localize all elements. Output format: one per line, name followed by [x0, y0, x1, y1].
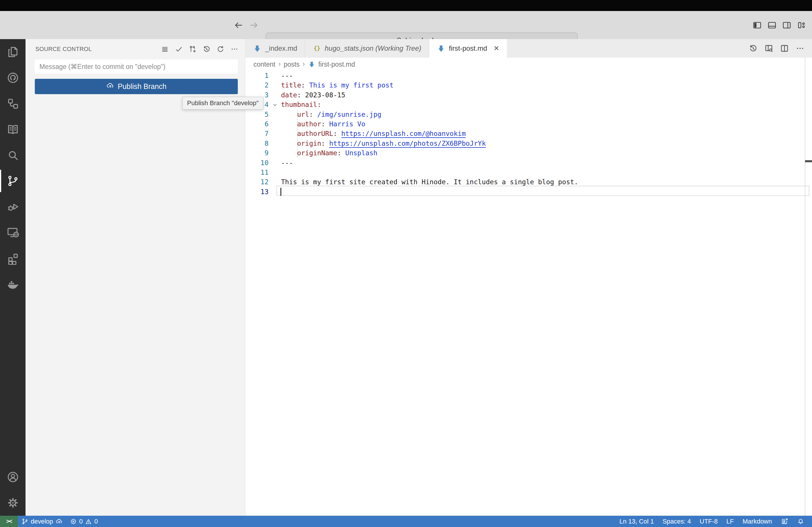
github-icon	[6, 71, 19, 84]
line-text: originName: Unsplash	[281, 148, 377, 158]
status-encoding[interactable]: UTF-8	[696, 516, 721, 527]
line-text: authorURL: https://unsplash.com/@hoanvok…	[281, 129, 466, 138]
publish-branch-button[interactable]: Publish Branch	[35, 79, 238, 94]
code-line[interactable]: 5 url: /img/sunrise.jpg	[245, 110, 812, 119]
code-line[interactable]: 8 origin: https://unsplash.com/photos/ZX…	[245, 139, 812, 148]
tab--index-md[interactable]: _index.md	[245, 39, 305, 58]
activity-docs-book[interactable]	[0, 117, 26, 142]
activity-run-debug[interactable]	[0, 194, 26, 220]
code-line[interactable]: 9 originName: Unsplash	[245, 148, 812, 158]
timeline-history-button[interactable]	[748, 43, 758, 53]
history-back-button[interactable]	[232, 19, 245, 32]
tab-hugo-stats-json-working-tree-[interactable]: {}hugo_stats.json (Working Tree)	[305, 39, 429, 58]
gutter-space	[269, 177, 281, 187]
status-cursor-position[interactable]: Ln 13, Col 1	[616, 516, 657, 527]
history-nav	[232, 11, 260, 39]
tab-first-post-md[interactable]: first-post.md✕	[429, 39, 507, 58]
code-line[interactable]: 4thumbnail:	[245, 100, 812, 109]
error-count: 0	[79, 518, 83, 525]
gutter-space	[269, 187, 281, 197]
refresh-icon	[216, 45, 225, 53]
markdown-icon	[253, 44, 262, 53]
project-hierarchy-icon	[6, 97, 19, 110]
tab-label: _index.md	[265, 44, 297, 52]
history-icon	[202, 45, 211, 53]
more-actions-button[interactable]	[795, 43, 805, 53]
activity-account[interactable]	[0, 464, 26, 490]
activity-docker[interactable]	[0, 271, 26, 297]
activity-remote-explorer[interactable]	[0, 220, 26, 245]
more-actions-icon	[230, 45, 239, 53]
code-line[interactable]: 13	[245, 187, 812, 197]
gutter-space	[269, 168, 281, 177]
create-pull-request-button[interactable]	[188, 45, 197, 53]
source-control-sidebar: SOURCE CONTROL Publish Branch	[26, 39, 245, 516]
close-tab-icon[interactable]: ✕	[494, 44, 499, 52]
fold-chevron-icon[interactable]	[269, 100, 281, 109]
breadcrumb-item[interactable]: content	[253, 61, 275, 69]
refresh-button[interactable]	[216, 45, 225, 53]
cloud-upload-icon	[106, 82, 114, 90]
layout-controls	[752, 11, 807, 39]
open-preview-side-button[interactable]	[764, 43, 774, 53]
activity-project-hierarchy[interactable]	[0, 91, 26, 117]
layout-sidebar-right-button[interactable]	[782, 20, 792, 30]
layout-customize-button[interactable]	[796, 20, 807, 30]
explorer-icon	[6, 45, 19, 59]
code-editor[interactable]: 1---2title: This is my first post3date: …	[245, 71, 812, 516]
code-line[interactable]: 7 authorURL: https://unsplash.com/@hoanv…	[245, 129, 812, 138]
layout-sidebar-left-button[interactable]	[752, 20, 763, 30]
breadcrumb-item[interactable]: first-post.md	[318, 61, 355, 69]
activity-github[interactable]	[0, 65, 26, 91]
commit-message-input[interactable]	[35, 59, 238, 74]
history-forward-button[interactable]	[248, 19, 260, 32]
code-line[interactable]: 2title: This is my first post	[245, 80, 812, 90]
fold-chevron-icon	[272, 102, 278, 108]
overview-ruler-cursor-marker	[805, 160, 812, 162]
workbench: SOURCE CONTROL Publish Branch _index.md{…	[0, 39, 812, 516]
branch-status[interactable]: develop	[18, 516, 67, 527]
arrow-right-icon	[249, 20, 259, 30]
status-bell[interactable]	[794, 516, 808, 527]
sidebar-header: SOURCE CONTROL	[35, 44, 239, 54]
code-line[interactable]: 3date: 2023-08-15	[245, 90, 812, 100]
activity-search[interactable]	[0, 142, 26, 168]
search-icon	[6, 149, 19, 162]
line-number: 11	[245, 168, 269, 177]
code-line[interactable]: 10---	[245, 158, 812, 168]
split-editor-button[interactable]	[780, 43, 789, 53]
breadcrumb-item[interactable]: posts	[284, 61, 300, 69]
gutter-space	[269, 129, 281, 138]
line-number: 8	[245, 139, 269, 148]
publish-branch-tooltip: Publish Branch "develop"	[183, 97, 263, 109]
code-line[interactable]: 6 author: Harris Vo	[245, 119, 812, 129]
activity-bar	[0, 39, 26, 516]
status-eol[interactable]: LF	[723, 516, 738, 527]
create-pull-request-icon	[188, 45, 197, 53]
feedback-icon	[781, 518, 788, 525]
settings-gear-icon	[6, 496, 19, 509]
remote-explorer-icon	[6, 226, 19, 239]
remote-indicator[interactable]: ><	[0, 516, 18, 527]
activity-source-control[interactable]	[0, 168, 26, 194]
activity-settings-gear[interactable]	[0, 490, 26, 516]
view-as-list-button[interactable]	[160, 45, 169, 53]
status-feedback[interactable]	[777, 516, 792, 527]
more-actions-button[interactable]	[230, 45, 239, 53]
gutter-space	[269, 139, 281, 148]
code-line[interactable]: 11	[245, 168, 812, 177]
history-button[interactable]	[202, 45, 211, 53]
problems-status[interactable]: 00	[67, 516, 102, 527]
code-line[interactable]: 1---	[245, 71, 812, 80]
status-indentation[interactable]: Spaces: 4	[659, 516, 695, 527]
overview-ruler[interactable]	[805, 58, 805, 516]
code-line[interactable]: 12This is my first site created with Hin…	[245, 177, 812, 187]
layout-panel-button[interactable]	[767, 20, 777, 30]
activity-extensions[interactable]	[0, 245, 26, 271]
bell-icon	[797, 518, 804, 525]
cloud-upload-icon	[55, 518, 63, 525]
activity-explorer[interactable]	[0, 39, 26, 65]
status-language-mode[interactable]: Markdown	[739, 516, 775, 527]
vscode-window: hinode-demo SOURCE CONTROL Publish Branc…	[0, 0, 812, 527]
commit-check-button[interactable]	[174, 45, 183, 53]
